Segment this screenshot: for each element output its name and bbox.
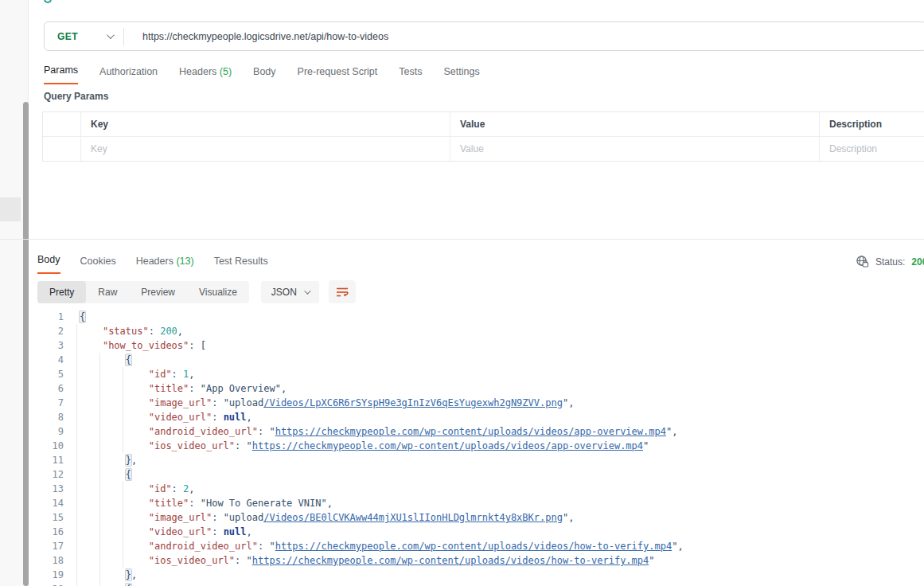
code-token: "title" xyxy=(149,383,189,394)
tab-label: Body xyxy=(253,66,276,77)
view-mode-raw[interactable]: Raw xyxy=(86,281,129,303)
tab-label: Visualize xyxy=(199,287,237,298)
code-token xyxy=(80,412,149,423)
view-mode-preview[interactable]: Preview xyxy=(129,281,187,303)
sidebar-collapsed-item[interactable] xyxy=(0,197,21,221)
code-token xyxy=(80,526,149,537)
code-token: } xyxy=(126,455,131,466)
chevron-down-icon xyxy=(107,31,115,39)
code-token xyxy=(80,383,149,394)
line-content: { xyxy=(80,469,131,480)
code-token: : xyxy=(235,555,246,566)
code-token: : xyxy=(212,412,223,423)
code-token xyxy=(80,512,149,523)
code-line: 14 "title": "How To Generate VNIN", xyxy=(0,496,924,510)
code-token: "upload xyxy=(224,397,264,408)
wrap-lines-button[interactable] xyxy=(329,280,356,303)
response-tab-cookies[interactable]: Cookies xyxy=(80,256,116,274)
response-body-code[interactable]: 1{2 "status": 200,3 "how_to_videos": [4 … xyxy=(0,310,924,586)
line-content: "title": "How To Generate VNIN", xyxy=(80,498,333,509)
description-input[interactable]: Description xyxy=(819,137,924,161)
language-select[interactable]: JSON xyxy=(261,281,319,303)
url-input[interactable]: https://checkmypeople.logicsdrive.net/ap… xyxy=(142,31,388,42)
code-line: 13 "id": 2, xyxy=(0,482,924,496)
line-number: 1 xyxy=(0,310,64,324)
line-number: 11 xyxy=(0,453,64,467)
row-checkbox-cell xyxy=(43,137,80,161)
code-token: , xyxy=(281,383,287,394)
request-tab-params[interactable]: Params xyxy=(44,64,78,84)
code-line: 18 "ios_video_url": "https://checkmypeop… xyxy=(0,553,924,568)
json-link[interactable]: https://checkmypeople.com/wp-content/upl… xyxy=(275,426,666,437)
method-selector[interactable]: GET xyxy=(45,31,123,42)
table-header-row: Key Value Description xyxy=(43,112,924,136)
code-token xyxy=(80,354,126,365)
cropped-icon-fragment xyxy=(44,0,52,3)
view-mode-group: PrettyRawPreviewVisualize xyxy=(37,281,249,303)
view-mode-pretty[interactable]: Pretty xyxy=(37,281,86,303)
json-link[interactable]: https://checkmypeople.com/wp-content/upl… xyxy=(275,541,673,552)
chevron-down-icon xyxy=(304,287,310,294)
json-link[interactable]: /Videos/BE0lCVKAww44mjXU1slIIonHLDglmrnk… xyxy=(263,512,563,523)
code-token: : xyxy=(149,326,160,337)
code-lines: 1{2 "status": 200,3 "how_to_videos": [4 … xyxy=(0,310,924,586)
request-url-bar: GET https://checkmypeople.logicsdrive.ne… xyxy=(44,21,924,51)
line-content: "video_url": null, xyxy=(80,412,252,423)
code-token: , xyxy=(247,526,252,537)
json-link[interactable]: /Videos/LpXC6R6rSYspH9e3gInIzV6qEsYugexw… xyxy=(263,397,563,408)
code-token: } xyxy=(126,569,131,580)
code-token: "upload xyxy=(224,512,264,523)
json-link[interactable]: https://checkmypeople.com/wp-content/upl… xyxy=(252,555,649,566)
code-token: : xyxy=(189,498,200,509)
request-tab-settings[interactable]: Settings xyxy=(443,66,479,84)
code-token: "ios_video_url" xyxy=(149,440,235,451)
line-number: 9 xyxy=(0,424,64,439)
method-label: GET xyxy=(57,31,78,42)
request-tab-tests[interactable]: Tests xyxy=(399,66,422,84)
code-token xyxy=(80,326,103,337)
tab-label: Settings xyxy=(443,66,479,77)
line-number: 13 xyxy=(0,482,64,496)
code-token: null xyxy=(224,412,247,423)
line-content: "ios_video_url": "https://checkmypeople.… xyxy=(80,440,649,451)
code-token: "image_url" xyxy=(149,512,212,523)
code-token: : xyxy=(258,541,269,552)
table-row: Key Value Description xyxy=(43,136,924,161)
json-link[interactable]: https://checkmypeople.com/wp-content/upl… xyxy=(252,440,643,451)
request-tab-pre-request-script[interactable]: Pre-request Script xyxy=(298,66,378,84)
code-line: 16 "video_url": null, xyxy=(0,525,924,539)
code-token: "How To Generate VNIN" xyxy=(201,498,327,509)
value-input[interactable]: Value xyxy=(450,137,819,161)
code-line: 1{ xyxy=(0,310,924,324)
code-token: , xyxy=(131,569,137,580)
code-token: : xyxy=(189,383,200,394)
response-tab-body[interactable]: Body xyxy=(37,254,60,274)
request-tab-authorization[interactable]: Authorization xyxy=(99,66,158,84)
key-input[interactable]: Key xyxy=(80,137,450,161)
line-number: 14 xyxy=(0,496,64,510)
code-line: 3 "how_to_videos": [ xyxy=(0,338,924,353)
status-label: Status: xyxy=(875,256,905,268)
request-tab-headers[interactable]: Headers (5) xyxy=(179,66,232,84)
column-header-key: Key xyxy=(80,112,450,136)
line-number: 12 xyxy=(0,467,64,482)
code-token: : xyxy=(258,426,269,437)
code-token xyxy=(80,340,103,351)
code-token: : xyxy=(172,369,183,380)
code-token: , xyxy=(177,326,183,337)
response-tab-headers[interactable]: Headers (13) xyxy=(136,256,194,274)
line-number: 17 xyxy=(0,539,64,553)
wrap-lines-icon xyxy=(335,285,349,299)
code-token: : xyxy=(235,440,246,451)
column-header-value: Value xyxy=(450,112,819,136)
code-token xyxy=(80,440,149,451)
request-tabs: ParamsAuthorizationHeaders (5)BodyPre-re… xyxy=(44,64,480,84)
view-mode-visualize[interactable]: Visualize xyxy=(187,281,249,303)
code-token: , xyxy=(247,412,252,423)
line-number: 10 xyxy=(0,439,64,453)
response-tab-test-results[interactable]: Test Results xyxy=(214,256,268,274)
code-token: " xyxy=(269,426,275,437)
code-token xyxy=(80,483,149,494)
code-token: 200 xyxy=(160,326,177,337)
request-tab-body[interactable]: Body xyxy=(253,66,276,84)
